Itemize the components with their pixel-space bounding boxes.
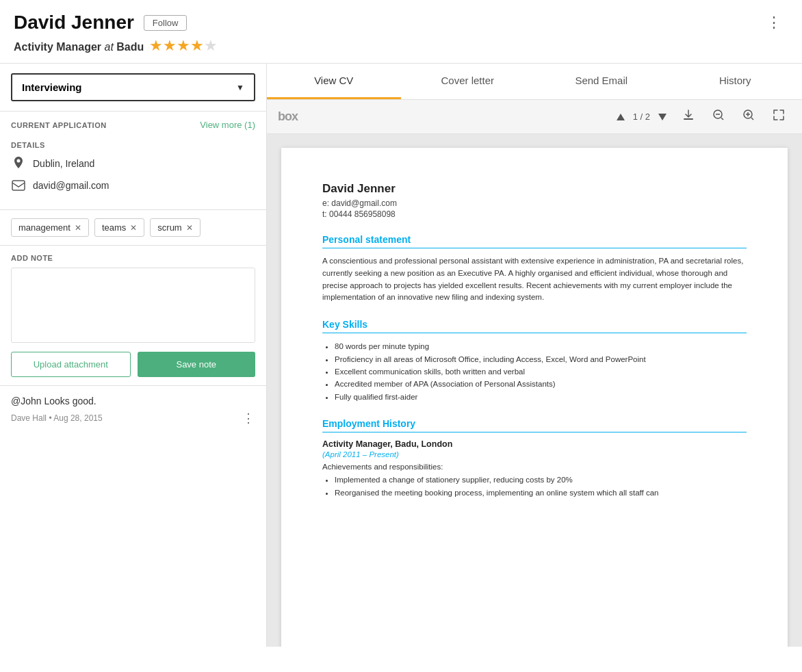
add-note-label: ADD NOTE xyxy=(11,254,255,262)
candidate-title: Activity Manager at Badu xyxy=(14,41,144,53)
box-logo: box xyxy=(278,109,298,124)
list-item: Proficiency in all areas of Microsoft Of… xyxy=(335,353,747,365)
page-info: 1 / 2 xyxy=(633,112,650,122)
tab-view-cv[interactable]: View CV xyxy=(267,64,401,99)
comment-text: @John Looks good. xyxy=(11,396,255,406)
email-text: david@gmail.com xyxy=(33,180,109,191)
tags-section: management ✕ teams ✕ scrum ✕ xyxy=(0,210,266,246)
cv-candidate-name: David Jenner xyxy=(322,182,747,196)
svg-rect-0 xyxy=(12,181,25,190)
tag-label: management xyxy=(18,222,70,233)
svg-marker-1 xyxy=(617,114,625,120)
cv-key-skills-line xyxy=(322,333,747,333)
main-layout: Interviewing ▼ CURRENT APPLICATION View … xyxy=(0,64,802,647)
current-application-label: CURRENT APPLICATION xyxy=(11,121,107,129)
comment-date: Aug 28, 2015 xyxy=(53,413,102,423)
list-item: Excellent communication skills, both wri… xyxy=(335,365,747,378)
list-item: Accredited member of APA (Association of… xyxy=(335,378,747,390)
upload-attachment-button[interactable]: Upload attachment xyxy=(11,352,131,377)
tag-management[interactable]: management ✕ xyxy=(11,218,89,237)
tab-send-email[interactable]: Send Email xyxy=(534,64,669,99)
comment-more-button[interactable]: ⋮ xyxy=(242,411,255,426)
left-panel: Interviewing ▼ CURRENT APPLICATION View … xyxy=(0,64,267,647)
tab-history[interactable]: History xyxy=(669,64,803,99)
svg-rect-3 xyxy=(684,118,693,120)
star-5[interactable]: ★ xyxy=(204,37,218,55)
details-section: DETAILS Dublin, Ireland david@gmail.com xyxy=(0,135,266,210)
tab-cover-letter[interactable]: Cover letter xyxy=(401,64,535,99)
list-item: 80 words per minute typing xyxy=(335,340,747,352)
save-note-button[interactable]: Save note xyxy=(138,352,256,377)
comment-meta-row: Dave Hall • Aug 28, 2015 ⋮ xyxy=(11,411,255,426)
view-more-link[interactable]: View more (1) xyxy=(200,120,255,130)
stage-selector-row: Interviewing ▼ xyxy=(0,64,266,112)
tag-scrum[interactable]: scrum ✕ xyxy=(150,218,200,237)
tabs-row: View CV Cover letter Send Email History xyxy=(267,64,802,100)
star-2[interactable]: ★ xyxy=(163,37,177,55)
location-row: Dublin, Ireland xyxy=(11,156,255,171)
page-nav: 1 / 2 xyxy=(612,109,671,125)
cv-toolbar: box 1 / 2 xyxy=(267,100,802,134)
zoom-out-button[interactable] xyxy=(706,105,731,128)
svg-line-6 xyxy=(721,118,723,120)
follow-button[interactable]: Follow xyxy=(144,15,187,31)
location-icon xyxy=(11,156,26,171)
details-section-label: DETAILS xyxy=(11,141,255,149)
list-item: Fully qualified first-aider xyxy=(335,391,747,403)
cv-job-title: Activity Manager, Badu, London xyxy=(322,439,747,449)
page-down-button[interactable] xyxy=(654,109,671,125)
cv-key-skills-list: 80 words per minute typing Proficiency i… xyxy=(322,340,747,403)
add-note-section: ADD NOTE Upload attachment Save note xyxy=(0,246,266,386)
tag-remove-teams[interactable]: ✕ xyxy=(130,223,137,233)
stage-label: Interviewing xyxy=(22,81,82,93)
download-button[interactable] xyxy=(676,105,701,128)
right-panel: View CV Cover letter Send Email History … xyxy=(267,64,802,647)
cv-employment-title: Employment History xyxy=(322,418,747,429)
tag-label: teams xyxy=(102,222,126,233)
comment-author: Dave Hall xyxy=(11,413,47,423)
list-item: Implemented a change of stationery suppl… xyxy=(335,474,747,486)
email-icon xyxy=(11,178,26,193)
candidate-name: David Jenner xyxy=(14,12,134,34)
stage-dropdown[interactable]: Interviewing ▼ xyxy=(11,73,255,101)
cv-employment-line xyxy=(322,432,747,432)
header: David Jenner Follow ⋮ Activity Manager a… xyxy=(0,0,802,64)
more-options-button[interactable]: ⋮ xyxy=(761,11,788,34)
tag-remove-management[interactable]: ✕ xyxy=(75,223,81,233)
cv-personal-statement-line xyxy=(322,248,747,248)
dropdown-arrow-icon: ▼ xyxy=(236,83,244,92)
star-1[interactable]: ★ xyxy=(149,37,163,55)
cv-achievements-label: Achievements and responsibilities: xyxy=(322,463,747,471)
star-rating[interactable]: ★ ★ ★ ★ ★ xyxy=(149,37,218,55)
tag-teams[interactable]: teams ✕ xyxy=(94,218,144,237)
cv-content-wrapper[interactable]: David Jenner e: david@gmail.com t: 00444… xyxy=(267,134,802,647)
cv-phone: t: 00444 856958098 xyxy=(322,209,747,219)
cv-key-skills-title: Key Skills xyxy=(322,319,747,330)
cv-personal-statement-body: A conscientious and professional persona… xyxy=(322,255,747,304)
page-up-button[interactable] xyxy=(612,109,629,125)
cv-personal-statement-title: Personal statement xyxy=(322,234,747,245)
star-3[interactable]: ★ xyxy=(177,37,190,55)
star-4[interactable]: ★ xyxy=(190,37,204,55)
list-item: Reorganised the meeting booking process,… xyxy=(335,487,747,499)
cv-job-date: (April 2011 – Present) xyxy=(322,450,747,458)
svg-line-10 xyxy=(751,118,753,120)
zoom-in-button[interactable] xyxy=(736,105,761,128)
note-textarea[interactable] xyxy=(11,268,255,343)
svg-marker-2 xyxy=(658,114,667,120)
note-actions: Upload attachment Save note xyxy=(11,352,255,377)
comment-meta: Dave Hall • Aug 28, 2015 xyxy=(11,413,103,423)
email-row: david@gmail.com xyxy=(11,178,255,193)
cv-page: David Jenner e: david@gmail.com t: 00444… xyxy=(281,148,788,647)
current-application-row: CURRENT APPLICATION View more (1) xyxy=(0,112,266,135)
cv-email: e: david@gmail.com xyxy=(322,198,747,208)
tag-label: scrum xyxy=(157,222,181,233)
cv-achievements-list: Implemented a change of stationery suppl… xyxy=(322,474,747,499)
fullscreen-button[interactable] xyxy=(766,105,791,128)
comment-section: @John Looks good. Dave Hall • Aug 28, 20… xyxy=(0,386,266,435)
tag-remove-scrum[interactable]: ✕ xyxy=(186,223,193,233)
location-text: Dublin, Ireland xyxy=(33,158,94,169)
